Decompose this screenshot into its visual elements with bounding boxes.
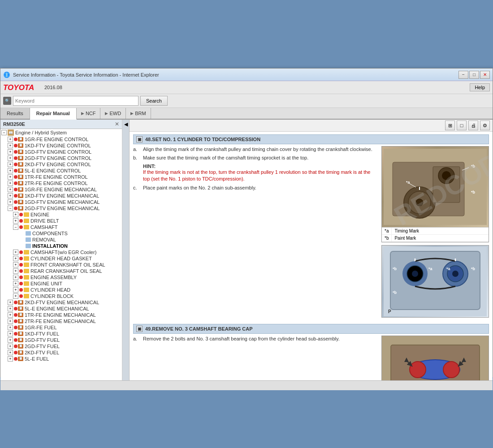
- tab-ewd[interactable]: ▶ EWD: [100, 108, 126, 119]
- sidebar-item-camshaft-wo-egr[interactable]: + CAMSHAFT(w/o EGR Cooler): [0, 249, 122, 255]
- search-input[interactable]: [13, 96, 138, 106]
- ewd-arrow: ▶: [105, 111, 108, 116]
- tree-label-1kd-ftv-fuel: 1KD-FTV FUEL: [25, 331, 59, 336]
- sidebar-collapse-arrow[interactable]: ◀: [122, 120, 130, 380]
- expand-icon-2kd-ftv-engine-control: +: [8, 162, 13, 167]
- section-49-images: [381, 336, 489, 380]
- sidebar-item-1kd-ftv-fuel[interactable]: + 📋 1KD-FTV FUEL: [0, 331, 122, 337]
- sidebar-item-1gr-fe-engine-mechanical[interactable]: + 📋 1GR-FE ENGINE MECHANICAL: [0, 186, 122, 193]
- node-icon-1gr-fe-fuel: 📋: [14, 325, 24, 330]
- sidebar-item-cylinder-block[interactable]: + CYLINDER BLOCK: [0, 293, 122, 299]
- expand-icon-5l-e-engine-control: +: [8, 168, 13, 173]
- search-button[interactable]: Search: [140, 96, 168, 106]
- sidebar-item-1tr-fe-engine-mechanical[interactable]: + 📋 1TR-FE ENGINE MECHANICAL: [0, 312, 122, 318]
- hint-label: HINT:: [143, 164, 156, 169]
- step-49-a-text: Remove the 2 bolts and No. 3 camshaft be…: [143, 336, 377, 342]
- tree-label-5l-e-engine-mechanical: 5L-E ENGINE MECHANICAL: [25, 306, 89, 311]
- sidebar-item-5l-e-engine-control[interactable]: + 📋 5L-E ENGINE CONTROL: [0, 168, 122, 174]
- sidebar-item-1gd-ftv-fuel[interactable]: + 📋 1GD-FTV FUEL: [0, 337, 122, 343]
- sidebar-item-engine[interactable]: + ENGINE: [0, 211, 122, 218]
- content-area[interactable]: ⊞ □ 🖨 ⚙ ▣ 48.SET NO. 1 CYLINDER TO TDC/C…: [130, 120, 493, 380]
- sidebar-item-5l-e-engine-mechanical[interactable]: + 📋 5L-E ENGINE MECHANICAL: [0, 306, 122, 312]
- diagram-img-49-1: [382, 336, 489, 380]
- expand-icon-rear-crankshaft-oil-seal: +: [13, 268, 18, 274]
- tree-label-cylinder-head-gasket: CYLINDER HEAD GASKET: [30, 256, 92, 261]
- sidebar-item-installation[interactable]: INSTALLATION: [0, 243, 122, 249]
- node-icon-front-crankshaft-oil-seal: [19, 263, 30, 267]
- node-icon-engine: [19, 212, 30, 217]
- sidebar-item-2tr-fe-engine-control[interactable]: + 📋 2TR-FE ENGINE CONTROL: [0, 180, 122, 186]
- sidebar-item-2kd-ftv-engine-control[interactable]: + 📋 2KD-FTV ENGINE CONTROL: [0, 161, 122, 168]
- sidebar: RM3250E ✕ − 📖 Engine / Hybrid System + 📋…: [0, 120, 122, 380]
- sidebar-item-2gd-ftv-engine-mechanical[interactable]: − 📋 2GD-FTV ENGINE MECHANICAL: [0, 205, 122, 211]
- tab-results[interactable]: Results: [0, 108, 30, 119]
- step-49-a: a. Remove the 2 bolts and No. 3 camshaft…: [133, 336, 377, 342]
- browser-chrome: TOYOTA 2016.08 Help: [0, 81, 493, 94]
- sidebar-item-1kd-ftv-engine-mechanical[interactable]: + 📋 1KD-FTV ENGINE MECHANICAL: [0, 193, 122, 199]
- tool-button-3[interactable]: 🖨: [468, 121, 478, 130]
- sidebar-item-components[interactable]: COMPONENTS: [0, 230, 122, 237]
- sidebar-item-1gd-ftv-engine-mechanical[interactable]: + 📋 1GD-FTV ENGINE MECHANICAL: [0, 199, 122, 205]
- legend-row-b: *b Paint Mark: [382, 235, 489, 242]
- diagram-48-2: P *b *b *b *a *a: [381, 245, 489, 318]
- help-button[interactable]: Help: [470, 83, 490, 91]
- maximize-button[interactable]: □: [469, 71, 479, 79]
- sidebar-item-rear-crankshaft-oil-seal[interactable]: + REAR CRANKSHAFT OIL SEAL: [0, 268, 122, 274]
- sidebar-item-camshaft[interactable]: − CAMSHAFT: [0, 224, 122, 230]
- expand-icon-1gr-fe-engine-control: +: [8, 137, 13, 142]
- legend-row-a: *a Timing Mark: [382, 228, 489, 235]
- sidebar-item-front-crankshaft-oil-seal[interactable]: + FRONT CRANKSHAFT OIL SEAL: [0, 262, 122, 268]
- node-icon-1gd-ftv-engine-mechanical: 📋: [14, 200, 24, 204]
- expand-icon-1tr-fe-engine-mechanical: +: [8, 312, 13, 318]
- sidebar-item-2gd-ftv-engine-control[interactable]: + 📋 2GD-FTV ENGINE CONTROL: [0, 155, 122, 161]
- sidebar-item-2tr-fe-engine-mechanical[interactable]: + 📋 2TR-FE ENGINE MECHANICAL: [0, 318, 122, 324]
- tree-label-front-crankshaft-oil-seal: FRONT CRANKSHAFT OIL SEAL: [30, 262, 105, 267]
- sidebar-item-5l-e-fuel[interactable]: + 📋 5L-E FUEL: [0, 356, 122, 362]
- step-48-b-letter: b.: [133, 155, 140, 161]
- step-48-a-letter: a.: [133, 146, 140, 153]
- sidebar-item-engine-unit[interactable]: + ENGINE UNIT: [0, 280, 122, 287]
- sidebar-item-cylinder-head[interactable]: + CYLINDER HEAD: [0, 287, 122, 293]
- sidebar-close-button[interactable]: ✕: [115, 121, 119, 127]
- sidebar-item-2kd-ftv-fuel[interactable]: + 📋 2KD-FTV FUEL: [0, 349, 122, 356]
- tab-brm[interactable]: ▶ BRM: [126, 108, 151, 119]
- expand-icon-1gd-ftv-fuel: +: [8, 337, 13, 343]
- tree-label-5l-e-engine-control: 5L-E ENGINE CONTROL: [25, 168, 81, 173]
- tab-repair-manual[interactable]: Repair Manual: [30, 108, 77, 120]
- tab-bar: Results Repair Manual ▶ NCF ▶ EWD ▶ BRM: [0, 108, 493, 120]
- tool-button-2[interactable]: □: [457, 121, 467, 130]
- sidebar-item-1tr-fe-engine-control[interactable]: + 📋 1TR-FE ENGINE CONTROL: [0, 174, 122, 180]
- step-48-c-letter: c.: [133, 185, 140, 191]
- expand-icon-1kd-ftv-fuel: +: [8, 331, 13, 336]
- svg-point-7: [416, 199, 423, 206]
- close-button[interactable]: ✕: [480, 71, 490, 79]
- node-icon-2kd-ftv-fuel: 📋: [14, 350, 24, 355]
- step-48-c: c. Place paint marks on the No. 2 chain …: [133, 185, 377, 191]
- sidebar-item-2gd-ftv-fuel[interactable]: + 📋 2GD-FTV FUEL: [0, 343, 122, 349]
- sidebar-item-1gr-fe-fuel[interactable]: + 📋 1GR-FE FUEL: [0, 324, 122, 331]
- tree-label-engine-assembly: ENGINE ASSEMBLY: [30, 275, 77, 280]
- sidebar-item-engine-assembly[interactable]: + ENGINE ASSEMBLY: [0, 274, 122, 280]
- svg-rect-18: [390, 251, 480, 310]
- node-icon-2gd-ftv-engine-mechanical: 📋: [14, 206, 24, 211]
- minimize-button[interactable]: −: [458, 71, 468, 79]
- sidebar-item-1gd-ftv-engine-control[interactable]: + 📋 1GD-FTV ENGINE CONTROL: [0, 149, 122, 155]
- book-icon: 📖: [8, 129, 14, 136]
- sidebar-item-cylinder-head-gasket[interactable]: + CYLINDER HEAD GASKET: [0, 255, 122, 262]
- sidebar-item-1gr-fe-engine-control[interactable]: + 📋 1GR-FE ENGINE CONTROL: [0, 136, 122, 142]
- sidebar-item-removal[interactable]: REMOVAL: [0, 237, 122, 243]
- tree-root[interactable]: − 📖 Engine / Hybrid System: [0, 129, 122, 136]
- node-icon-1kd-ftv-engine-control: 📋: [14, 143, 24, 148]
- tool-button-4[interactable]: ⚙: [480, 121, 490, 130]
- tree-label-components: COMPONENTS: [32, 231, 68, 236]
- tool-button-1[interactable]: ⊞: [445, 121, 455, 130]
- search-bar: 🔍 Search: [0, 94, 493, 108]
- sidebar-item-1kd-ftv-engine-control[interactable]: + 📋 1KD-FTV ENGINE CONTROL: [0, 142, 122, 149]
- diagram-48-legend: *a Timing Mark *b Paint Mark: [382, 227, 489, 242]
- sidebar-item-2kd-ftv-engine-mechanical[interactable]: + 📋 2KD-FTV ENGINE MECHANICAL: [0, 299, 122, 306]
- tab-ncf[interactable]: ▶ NCF: [77, 108, 101, 119]
- tree-label-1gd-ftv-fuel: 1GD-FTV FUEL: [25, 337, 60, 343]
- sidebar-tree[interactable]: − 📖 Engine / Hybrid System + 📋 1GR-FE EN…: [0, 129, 122, 380]
- tree-label-removal: REMOVAL: [32, 237, 56, 242]
- sidebar-item-drive-belt[interactable]: + DRIVE BELT: [0, 218, 122, 224]
